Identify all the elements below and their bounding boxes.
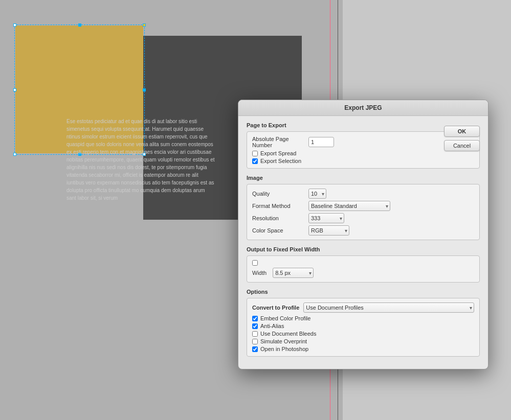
quality-select[interactable]: 10 9 8 [308, 189, 326, 199]
output-section-box: Width 8.5 px px in mm [247, 255, 480, 283]
image-section-title: Image [247, 175, 480, 181]
width-label: Width [252, 270, 266, 276]
export-selection-checkbox[interactable] [252, 158, 258, 164]
export-spread-checkbox[interactable] [252, 151, 258, 156]
quality-label: Quality [252, 191, 308, 197]
open-in-photoshop-label: Open in Photoshop [260, 346, 308, 352]
convert-to-profile-row: Convert to Profile Use Document Profiles… [252, 302, 474, 313]
output-section: Output to Fixed Pixel Width Width 8.5 px… [247, 246, 480, 283]
format-method-select-wrapper: Baseline Standard Baseline Optimized Pro… [308, 201, 390, 211]
anti-alias-checkbox[interactable] [252, 323, 258, 329]
resolution-select[interactable]: 333 72 150 300 600 [308, 213, 344, 223]
embed-color-profile-row: Embed Color Profile [252, 315, 474, 321]
embed-color-profile-checkbox[interactable] [252, 316, 258, 321]
format-method-label: Format Method [252, 203, 308, 209]
dialog-title: Export JPEG [344, 104, 382, 111]
dialog-titlebar: Export JPEG [238, 100, 488, 116]
simulate-overprint-checkbox[interactable] [252, 339, 258, 344]
format-method-select[interactable]: Baseline Standard Baseline Optimized Pro… [308, 201, 390, 211]
use-document-bleeds-checkbox[interactable] [252, 331, 258, 337]
pixel-width-row: Width 8.5 px px in mm [252, 268, 474, 278]
convert-to-profile-label: Convert to Profile [252, 305, 299, 311]
anti-alias-label: Anti-Alias [260, 323, 284, 329]
absolute-page-number-label: Absolute Page Number [252, 136, 308, 148]
export-selection-row: Export Selection [252, 158, 474, 164]
resolution-select-wrapper: 333 72 150 300 600 [308, 213, 344, 223]
color-space-row: Color Space RGB CMYK Gray [252, 225, 474, 236]
resolution-label: Resolution [252, 215, 308, 221]
output-section-title: Output to Fixed Pixel Width [247, 246, 480, 252]
width-select-wrapper: 8.5 px px in mm [273, 268, 314, 278]
export-spread-label: Export Spread [260, 150, 296, 156]
dialog-body: Page to Export Absolute Page Number Expo… [238, 116, 488, 369]
options-section: Options Convert to Profile Use Document … [247, 289, 480, 357]
export-spread-row: Export Spread [252, 150, 474, 156]
open-in-photoshop-row: Open in Photoshop [252, 346, 474, 352]
color-space-select[interactable]: RGB CMYK Gray [308, 225, 349, 236]
simulate-overprint-row: Simulate Overprint [252, 338, 474, 344]
quality-select-wrapper: 10 9 8 [308, 189, 326, 199]
format-method-row: Format Method Baseline Standard Baseline… [252, 201, 474, 211]
open-in-photoshop-checkbox[interactable] [252, 346, 258, 352]
output-checkbox[interactable] [252, 260, 258, 266]
image-section-box: Quality 10 9 8 Format Method Baseline St… [247, 184, 480, 240]
use-document-bleeds-label: Use Document Bleeds [260, 331, 316, 337]
absolute-page-number-row: Absolute Page Number [252, 136, 474, 148]
anti-alias-row: Anti-Alias [252, 323, 474, 329]
export-jpeg-dialog: Export JPEG OK Cancel Page to Export Abs… [238, 100, 488, 369]
ok-button[interactable]: OK [444, 126, 480, 137]
width-select[interactable]: 8.5 px px in mm [273, 268, 314, 278]
color-space-label: Color Space [252, 227, 308, 234]
options-section-box: Convert to Profile Use Document Profiles… [247, 298, 480, 357]
dialog-buttons: OK Cancel [444, 126, 480, 151]
export-selection-label: Export Selection [260, 158, 301, 164]
cancel-button[interactable]: Cancel [444, 140, 480, 151]
convert-to-profile-select[interactable]: Use Document Profiles sRGB Adobe RGB [303, 302, 474, 313]
simulate-overprint-label: Simulate Overprint [260, 338, 307, 344]
image-section: Image Quality 10 9 8 Format Method [247, 175, 480, 240]
resolution-row: Resolution 333 72 150 300 600 [252, 213, 474, 223]
color-space-select-wrapper: RGB CMYK Gray [308, 225, 349, 236]
text-block: Ese estotas pediciatur ad et quae dis di… [66, 118, 215, 202]
convert-to-profile-select-wrapper: Use Document Profiles sRGB Adobe RGB [303, 302, 474, 313]
quality-row: Quality 10 9 8 [252, 189, 474, 199]
absolute-page-number-input[interactable] [308, 137, 334, 147]
use-document-bleeds-row: Use Document Bleeds [252, 331, 474, 337]
options-section-title: Options [247, 289, 480, 295]
embed-color-profile-label: Embed Color Profile [260, 315, 310, 321]
output-checkbox-row [252, 260, 474, 266]
